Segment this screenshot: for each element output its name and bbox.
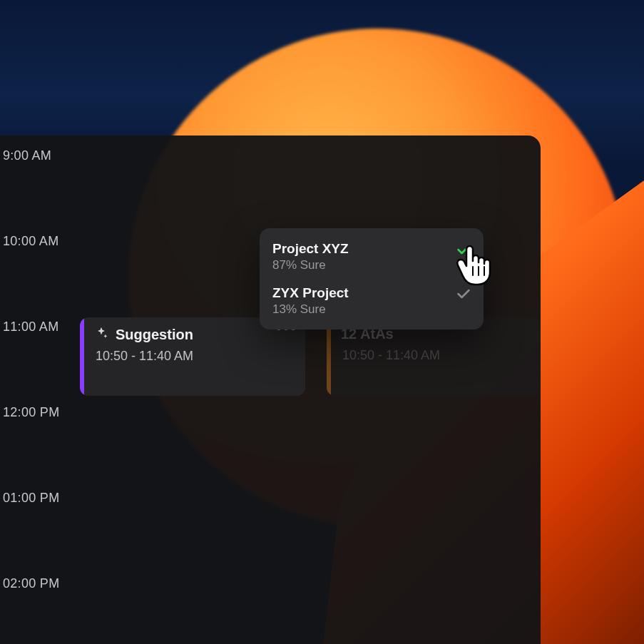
time-label: 01:00 PM bbox=[3, 491, 59, 506]
time-label: 9:00 AM bbox=[3, 148, 51, 163]
suggestion-title: ZYX Project bbox=[272, 285, 456, 301]
suggestion-confidence: 13% Sure bbox=[272, 302, 456, 317]
time-label: 10:00 AM bbox=[3, 234, 58, 249]
pointer-cursor-icon bbox=[454, 244, 494, 287]
suggestion-confidence: 87% Sure bbox=[272, 258, 456, 272]
suggestion-item[interactable]: ZYX Project 13% Sure bbox=[272, 282, 471, 320]
calendar-window: 9:00 AM 10:00 AM 11:00 AM 12:00 PM 01:00… bbox=[0, 136, 541, 644]
time-label: 11:00 AM bbox=[3, 320, 58, 334]
suggestion-item[interactable]: Project XYZ 87% Sure bbox=[272, 238, 471, 275]
event-time: 10:50 - 11:40 AM bbox=[342, 348, 531, 363]
event-time: 10:50 - 11:40 AM bbox=[96, 349, 295, 364]
time-label: 02:00 PM bbox=[3, 576, 59, 591]
sparkle-icon bbox=[94, 326, 108, 343]
accent-bar bbox=[80, 317, 84, 396]
timeline-grid: 9:00 AM 10:00 AM 11:00 AM 12:00 PM 01:00… bbox=[0, 136, 541, 644]
checkmark-icon[interactable] bbox=[456, 285, 471, 302]
event-title: Suggestion bbox=[116, 327, 193, 343]
suggestion-title: Project XYZ bbox=[272, 241, 456, 257]
suggestion-popup: Project XYZ 87% Sure ZYX Project 13% Sur… bbox=[260, 228, 484, 329]
time-label: 12:00 PM bbox=[3, 405, 59, 420]
